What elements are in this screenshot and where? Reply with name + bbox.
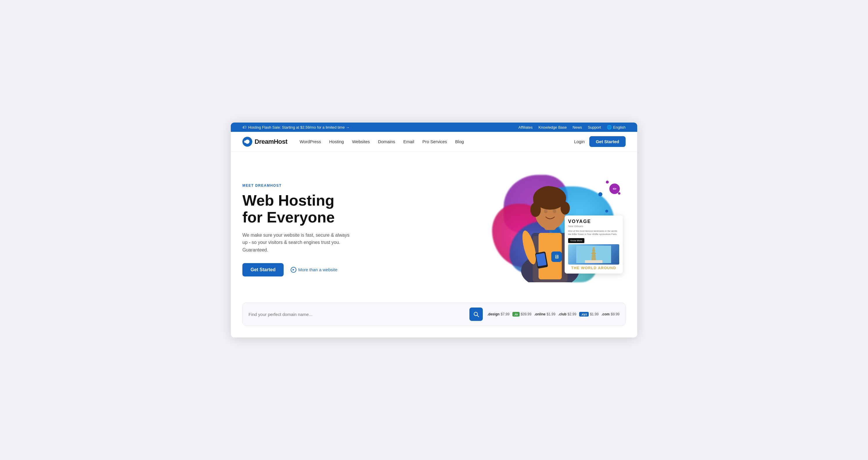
globe-icon: 🌐 bbox=[607, 125, 612, 129]
logo-icon bbox=[242, 137, 252, 147]
top-bar-links: Affiliates Knowledge Base News Support 🌐… bbox=[519, 125, 626, 129]
more-than-website-link[interactable]: ▶ More than a website bbox=[290, 267, 337, 273]
svg-rect-18 bbox=[585, 260, 602, 263]
floating-dot-2 bbox=[605, 210, 608, 213]
hero-visual: ✏ 🖥 VOYAGE New Orleans One of the most f… bbox=[475, 169, 626, 291]
svg-rect-22 bbox=[592, 250, 595, 251]
domain-section: .design $7.99 .io $39.99 .online $1.99 .… bbox=[231, 303, 637, 337]
domain-input-wrap bbox=[248, 312, 465, 317]
pencil-dot-1 bbox=[606, 181, 609, 184]
ext-club: .club $2.99 bbox=[558, 312, 576, 316]
nav-right: Login Get Started bbox=[574, 136, 626, 147]
promo-text: Hosting Flash Sale: Starting at $2.59/mo… bbox=[248, 125, 349, 129]
hero-actions: Get Started ▶ More than a website bbox=[242, 263, 353, 276]
news-link[interactable]: News bbox=[572, 125, 582, 129]
nav-links: WordPress Hosting Websites Domains Email… bbox=[296, 137, 467, 146]
ext-online: .online $1.99 bbox=[534, 312, 555, 316]
eiffel-svg bbox=[576, 246, 611, 263]
domain-search-bar: .design $7.99 .io $39.99 .online $1.99 .… bbox=[242, 303, 626, 326]
language-label: English bbox=[613, 125, 626, 129]
login-link[interactable]: Login bbox=[574, 139, 585, 144]
get-started-nav-button[interactable]: Get Started bbox=[589, 136, 626, 147]
svg-rect-21 bbox=[592, 256, 595, 256]
ext-design: .design $7.99 bbox=[488, 312, 509, 316]
nav-email[interactable]: Email bbox=[400, 137, 418, 146]
voyage-card-world-text: THE WORLD AROUND bbox=[568, 266, 619, 270]
ext-xyz: .xyz $1.99 bbox=[579, 312, 598, 316]
voyage-card-subtitle: New Orleans bbox=[568, 225, 619, 228]
voyage-card-body: One of the most famous landmarks in the … bbox=[568, 229, 619, 236]
nav-left: DreamHost WordPress Hosting Websites Dom… bbox=[242, 137, 467, 147]
svg-point-23 bbox=[474, 312, 477, 316]
logo-text: DreamHost bbox=[255, 138, 287, 146]
search-icon bbox=[473, 311, 479, 317]
svg-point-10 bbox=[561, 202, 570, 215]
svg-point-9 bbox=[530, 203, 541, 217]
support-link[interactable]: Support bbox=[588, 125, 601, 129]
nav-domains[interactable]: Domains bbox=[374, 137, 399, 146]
hero-subtitle: We make sure your website is fast, secur… bbox=[242, 232, 353, 254]
svg-rect-20 bbox=[591, 253, 596, 254]
hero-title-line2: for Everyone bbox=[242, 209, 335, 226]
affiliates-link[interactable]: Affiliates bbox=[519, 125, 533, 129]
hero-cta-button[interactable]: Get Started bbox=[242, 263, 284, 276]
domain-extensions: .design $7.99 .io $39.99 .online $1.99 .… bbox=[488, 312, 620, 316]
voyage-card-image bbox=[568, 244, 619, 265]
svg-line-24 bbox=[477, 315, 479, 317]
monitor-icon: 🖥 bbox=[551, 251, 562, 262]
svg-point-11 bbox=[544, 209, 548, 213]
nav-hosting[interactable]: Hosting bbox=[326, 137, 347, 146]
play-icon: ▶ bbox=[290, 267, 297, 273]
hero-section: MEET DREAMHOST Web Hosting for Everyone … bbox=[231, 152, 637, 303]
logo[interactable]: DreamHost bbox=[242, 137, 287, 147]
domain-search-input[interactable] bbox=[248, 312, 465, 317]
knowledge-base-link[interactable]: Knowledge Base bbox=[538, 125, 567, 129]
svg-point-1 bbox=[244, 141, 246, 143]
voyage-card-title: VOYAGE bbox=[568, 219, 619, 224]
know-more-button[interactable]: Know More bbox=[568, 238, 584, 243]
domain-search-button[interactable] bbox=[469, 308, 483, 321]
language-selector[interactable]: 🌐 English bbox=[607, 125, 626, 129]
browser-window: 🏷 Hosting Flash Sale: Starting at $2.59/… bbox=[231, 123, 637, 337]
ext-io: .io $39.99 bbox=[513, 312, 531, 316]
tag-icon: 🏷 bbox=[242, 125, 246, 129]
nav-websites[interactable]: Websites bbox=[349, 137, 373, 146]
promo-banner[interactable]: 🏷 Hosting Flash Sale: Starting at $2.59/… bbox=[242, 125, 349, 129]
svg-point-12 bbox=[553, 209, 556, 213]
hero-title: Web Hosting for Everyone bbox=[242, 192, 353, 225]
hero-title-line1: Web Hosting bbox=[242, 192, 334, 209]
more-link-text: More than a website bbox=[298, 267, 337, 272]
nav-wordpress[interactable]: WordPress bbox=[296, 137, 324, 146]
voyage-card: VOYAGE New Orleans One of the most famou… bbox=[565, 215, 623, 274]
meet-label: MEET DREAMHOST bbox=[242, 184, 353, 188]
top-bar: 🏷 Hosting Flash Sale: Starting at $2.59/… bbox=[231, 123, 637, 132]
ext-com: .com $9.99 bbox=[601, 312, 620, 316]
pencil-dot-2 bbox=[618, 192, 620, 194]
nav-pro-services[interactable]: Pro Services bbox=[419, 137, 451, 146]
hero-content: MEET DREAMHOST Web Hosting for Everyone … bbox=[242, 184, 353, 276]
nav-blog[interactable]: Blog bbox=[452, 137, 467, 146]
main-nav: DreamHost WordPress Hosting Websites Dom… bbox=[231, 132, 637, 152]
floating-dot-1 bbox=[598, 192, 602, 196]
